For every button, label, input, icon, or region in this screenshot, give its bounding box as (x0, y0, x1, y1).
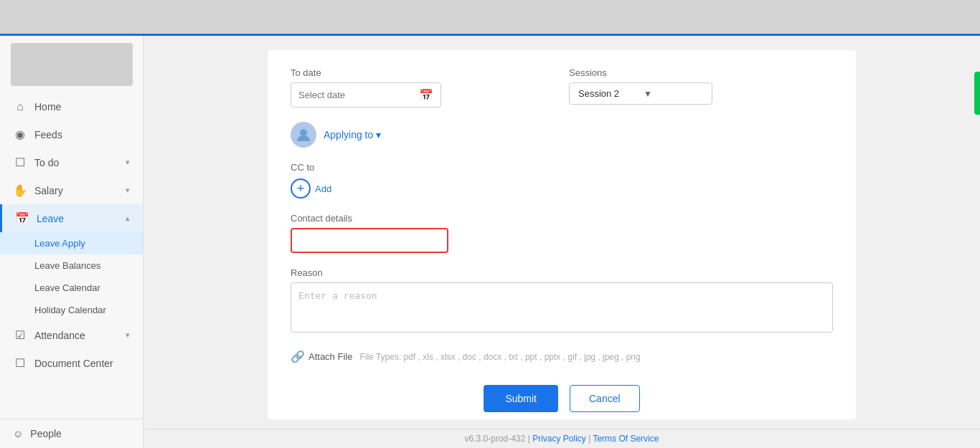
todo-icon: ☐ (13, 156, 27, 169)
applying-to-section: Applying to ▾ (291, 122, 833, 148)
sidebar-item-leave[interactable]: 📅 Leave ▴ (0, 204, 143, 232)
add-circle-icon: + (291, 178, 311, 199)
submit-button[interactable]: Submit (484, 385, 558, 412)
nav-label-leave: Leave (37, 213, 64, 224)
attach-file-label: Attach File (308, 351, 352, 362)
to-date-group: To date 📅 (291, 67, 555, 108)
action-buttons: Submit Cancel (291, 385, 833, 412)
reason-textarea[interactable] (291, 282, 833, 333)
salary-icon: ✋ (13, 184, 27, 197)
nav-label-home: Home (34, 101, 61, 113)
sidebar-item-salary[interactable]: ✋ Salary ▾ (0, 176, 143, 204)
attach-icon: 🔗 (291, 350, 305, 363)
applying-to-text: Applying to (324, 129, 373, 140)
footer-privacy-link[interactable]: Privacy Policy (532, 434, 586, 444)
sidebar-item-holiday-calendar[interactable]: Holiday Calendar (0, 299, 143, 321)
footer: v6.3.0-prod-432 | Privacy Policy | Terms… (143, 429, 980, 448)
sidebar-item-document-center[interactable]: ☐ Document Center (0, 349, 143, 377)
nav-label-feeds: Feeds (34, 129, 62, 140)
cc-to-section: CC to + Add (291, 162, 833, 199)
to-date-picker[interactable]: 📅 (291, 82, 441, 108)
holiday-calendar-label: Holiday Calendar (34, 305, 106, 315)
applying-to-label[interactable]: Applying to ▾ (324, 129, 381, 140)
cancel-button[interactable]: Cancel (570, 385, 640, 412)
sessions-label: Sessions (569, 67, 833, 78)
attendance-chevron: ▾ (126, 330, 130, 340)
file-types-text: File Types: pdf , xls , xlsx , doc , doc… (359, 352, 640, 362)
sidebar: ⌂ Home ◉ Feeds ☐ To do ▾ ✋ Salary ▾ 📅 Le… (0, 0, 143, 448)
nav-label-attendance: Attendance (34, 330, 85, 341)
session-dropdown[interactable]: Session 2 ▼ (569, 82, 712, 105)
footer-tos-link[interactable]: Terms Of Service (593, 434, 659, 444)
sidebar-item-leave-apply[interactable]: Leave Apply (0, 232, 143, 254)
contact-details-section: Contact details (291, 213, 833, 253)
sidebar-nav: ⌂ Home ◉ Feeds ☐ To do ▾ ✋ Salary ▾ 📅 Le… (0, 93, 143, 419)
main-content: To date 📅 Sessions Session 2 ▼ (143, 0, 980, 448)
sessions-group: Sessions Session 2 ▼ (569, 67, 833, 108)
to-date-input[interactable] (298, 90, 419, 100)
sidebar-item-people[interactable]: ☺ People (0, 419, 143, 448)
add-label: Add (315, 184, 331, 194)
nav-label-document: Document Center (34, 358, 113, 369)
attendance-icon: ☑ (13, 328, 27, 342)
reason-label: Reason (291, 267, 833, 278)
attach-file-section: 🔗 Attach File File Types: pdf , xls , xl… (291, 350, 833, 363)
session-dropdown-arrow: ▼ (644, 89, 703, 99)
leave-form: To date 📅 Sessions Session 2 ▼ (268, 50, 856, 419)
leave-balances-label: Leave Balances (34, 260, 101, 271)
leave-apply-label: Leave Apply (34, 238, 85, 249)
feeds-icon: ◉ (13, 128, 27, 141)
nav-label-salary: Salary (34, 185, 63, 196)
cc-to-label: CC to (291, 162, 833, 173)
sidebar-item-leave-calendar[interactable]: Leave Calendar (0, 277, 143, 299)
sidebar-item-todo[interactable]: ☐ To do ▾ (0, 148, 143, 176)
calendar-icon[interactable]: 📅 (419, 88, 433, 102)
salary-chevron: ▾ (126, 186, 130, 195)
leave-icon: 📅 (15, 211, 29, 225)
nav-label-people: People (30, 428, 62, 439)
applying-dropdown-arrow: ▾ (373, 129, 381, 140)
user-avatar (291, 122, 316, 148)
document-icon: ☐ (13, 356, 27, 370)
add-cc-button[interactable]: + Add (291, 178, 331, 199)
people-icon: ☺ (13, 428, 23, 439)
session-value: Session 2 (578, 88, 638, 99)
leave-chevron: ▴ (126, 214, 130, 223)
contact-details-input[interactable] (291, 228, 448, 253)
sidebar-item-home[interactable]: ⌂ Home (0, 93, 143, 120)
sidebar-logo (11, 43, 133, 86)
sidebar-item-attendance[interactable]: ☑ Attendance ▾ (0, 321, 143, 349)
contact-details-label: Contact details (291, 213, 833, 224)
date-session-row: To date 📅 Sessions Session 2 ▼ (291, 67, 833, 108)
right-sidebar-bar (974, 72, 980, 115)
leave-calendar-label: Leave Calendar (34, 282, 100, 293)
sidebar-item-leave-balances[interactable]: Leave Balances (0, 254, 143, 277)
todo-chevron: ▾ (126, 158, 130, 167)
sidebar-item-feeds[interactable]: ◉ Feeds (0, 120, 143, 148)
reason-section: Reason (291, 267, 833, 335)
svg-point-0 (300, 129, 307, 136)
top-bar (0, 0, 980, 36)
to-date-label: To date (291, 67, 555, 78)
attach-file-button[interactable]: 🔗 Attach File (291, 350, 352, 363)
home-icon: ⌂ (13, 100, 27, 113)
footer-version: v6.3.0-prod-432 (465, 434, 526, 444)
nav-label-todo: To do (34, 157, 59, 168)
